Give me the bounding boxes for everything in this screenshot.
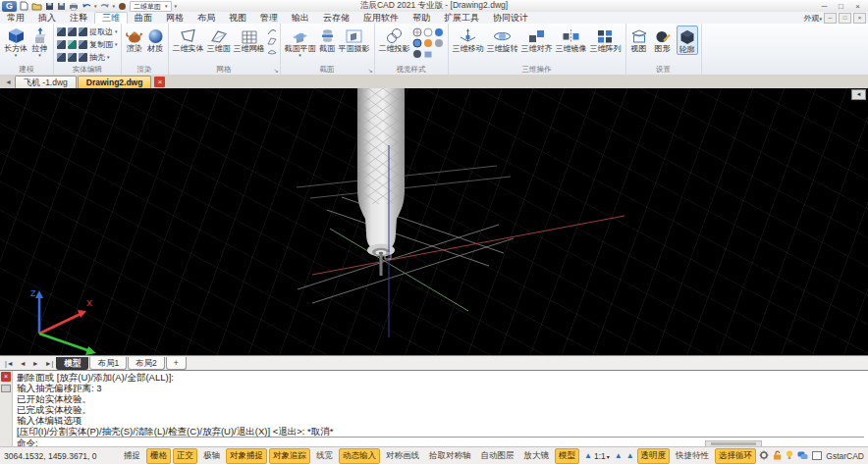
edge-mesh-icon[interactable]	[267, 46, 277, 55]
redo-icon[interactable]	[100, 2, 110, 11]
section-dialog-launcher-icon[interactable]: ↘	[367, 68, 372, 74]
tab-view[interactable]: 视图	[222, 13, 253, 24]
tab-3d[interactable]: 三维	[94, 12, 128, 24]
copy-faces-button[interactable]: 复制面	[89, 39, 113, 50]
undo-icon[interactable]	[81, 2, 91, 11]
tab-layout[interactable]: 布局	[190, 13, 222, 24]
layout-tab-1[interactable]: 布局1	[89, 357, 127, 370]
settings-gear-icon[interactable]	[759, 450, 769, 462]
clean-screen-icon[interactable]	[812, 451, 822, 462]
close-button[interactable]: ×	[849, 1, 866, 12]
toggle-pick-symmetry-axis[interactable]: 拾取对称轴	[425, 448, 475, 464]
print-icon[interactable]	[69, 2, 79, 11]
doc-close-button[interactable]: ×	[853, 13, 866, 24]
section-button[interactable]: 截面	[318, 26, 337, 53]
hardware-acceleration-bulb-icon[interactable]	[786, 450, 793, 462]
layout-tab-0[interactable]: 模型	[56, 357, 88, 370]
command-close-button[interactable]: ×	[1, 372, 11, 382]
appearance-menu[interactable]: 外观▾	[803, 13, 822, 24]
extract-edges-button[interactable]: 提取边	[89, 26, 113, 37]
toggle-auto-layer[interactable]: 自动图层	[477, 448, 518, 464]
shell-button[interactable]: 抽壳	[89, 52, 105, 63]
redo-caret-icon[interactable]: ▾	[113, 3, 116, 9]
tab-express[interactable]: 扩展工具	[437, 13, 486, 24]
extrude-button[interactable]: 拉伸 ▾	[29, 26, 50, 58]
flatshot-button[interactable]: 平面摄影	[338, 26, 371, 53]
viewport-collapse-button[interactable]: ◄	[851, 89, 866, 100]
box-button[interactable]: 长方体 ▾	[3, 26, 28, 58]
visual-style-gray-icon[interactable]	[434, 34, 444, 52]
tab-cloud[interactable]: 云存储	[316, 13, 356, 24]
intersect-icon[interactable]	[57, 40, 66, 49]
array3d-button[interactable]: 三维阵列	[589, 26, 623, 53]
mirror3d-button[interactable]: 三维镜像	[555, 26, 588, 53]
material-button[interactable]: 材质	[146, 26, 165, 53]
tab-apps[interactable]: 应用软件	[356, 13, 406, 24]
slice-icon[interactable]	[57, 53, 66, 62]
annotation-visibility-button[interactable]: ▲	[614, 452, 624, 460]
toggle-snap[interactable]: 捕捉	[120, 448, 144, 464]
toggle-dynamic-input[interactable]: 动态输入	[339, 448, 380, 464]
qat-more-icon[interactable]: ▾	[175, 3, 178, 9]
toggle-quick-properties[interactable]: 快捷特性	[672, 448, 713, 464]
toggle-magnifier[interactable]: 放大镜	[520, 448, 554, 464]
toggle-grid[interactable]: 栅格	[146, 448, 171, 464]
move3d-button[interactable]: 三维移动	[452, 26, 485, 53]
subtract-icon[interactable]	[68, 27, 77, 36]
command-dock-icon[interactable]	[1, 385, 11, 392]
save-icon[interactable]	[45, 2, 54, 11]
new-file-icon[interactable]	[20, 1, 28, 11]
union-icon[interactable]	[57, 27, 66, 36]
mesh3d-button[interactable]: 三维网格	[233, 26, 266, 53]
layout-nav-last[interactable]: ►|	[42, 357, 57, 370]
toggle-polar[interactable]: 极轴	[199, 448, 224, 464]
command-line-window[interactable]: × 删除面或 [放弃(U)/添加(A)/全部(ALL)]:输入抽壳偏移距离: 3…	[0, 370, 868, 447]
minimize-button[interactable]: ─	[816, 1, 833, 12]
layout-nav-prev[interactable]: ◄	[17, 357, 29, 370]
layout-nav-next[interactable]: ►	[29, 357, 42, 370]
tab-collab[interactable]: 协同设计	[486, 13, 535, 24]
rotate3d-button[interactable]: 三维旋转	[486, 26, 519, 53]
tab-insert[interactable]: 插入	[31, 13, 63, 24]
workspace-select[interactable]: 二维草图 ▾	[130, 1, 172, 12]
unlock-icon[interactable]	[773, 450, 782, 462]
maximize-button[interactable]: □	[833, 1, 849, 12]
visual-style-conceptual-icon[interactable]	[412, 45, 422, 63]
layout-tab-3[interactable]: +	[166, 357, 187, 370]
render-button[interactable]: 渲染	[125, 26, 145, 53]
tab-manage[interactable]: 管理	[253, 13, 285, 24]
tab-surface[interactable]: 曲面	[128, 13, 159, 24]
face3d-button[interactable]: 三维面	[206, 26, 232, 53]
delete-faces-icon[interactable]	[68, 40, 77, 49]
visual-style-xray-icon[interactable]	[423, 45, 433, 63]
section-plane-button[interactable]: 截面平面 ▾	[284, 26, 317, 58]
annotation-scale-control[interactable]: ▲1:1▾	[581, 451, 612, 461]
toggle-osnap[interactable]: 对象捕捉	[226, 448, 267, 464]
undo-caret-icon[interactable]: ▾	[94, 3, 97, 9]
toggle-symmetric-draw[interactable]: 对称画线	[382, 448, 423, 464]
ruled-mesh-icon[interactable]	[267, 36, 277, 45]
feedback-chat-icon[interactable]	[797, 451, 808, 462]
toggle-otrack[interactable]: 对象追踪	[269, 448, 310, 464]
save-as-icon[interactable]	[57, 2, 66, 11]
tab-output[interactable]: 输出	[285, 13, 316, 24]
align3d-button[interactable]: 三维对齐	[520, 26, 554, 53]
mesh-dialog-launcher-icon[interactable]: ↘	[273, 68, 278, 74]
toggle-lineweight[interactable]: 线宽	[312, 448, 337, 464]
tab-help[interactable]: 帮助	[406, 13, 437, 24]
shell-icon[interactable]	[79, 53, 87, 62]
doc-tabs-scroll-left-icon[interactable]: ◄	[2, 76, 15, 88]
open-file-icon[interactable]	[31, 2, 42, 11]
extract-edges-icon[interactable]	[79, 27, 87, 36]
toggle-transparency[interactable]: 透明度	[637, 448, 671, 464]
doc-restore-button[interactable]: □	[839, 13, 851, 24]
projection2d-button[interactable]: 二维投影	[378, 26, 411, 53]
doc-tab-1[interactable]: Drawing2.dwg	[78, 76, 152, 88]
layout-nav-first[interactable]: |◄	[2, 357, 17, 370]
annotation-autoscale-button[interactable]: ▲	[625, 452, 635, 460]
tab-mesh[interactable]: 网格	[159, 13, 190, 24]
toggle-selection-cycling[interactable]: 选择循环	[715, 448, 756, 464]
solid2d-button[interactable]: 二维实体	[172, 26, 205, 53]
doc-minimize-button[interactable]: ─	[824, 13, 837, 24]
fillet-edge-icon[interactable]	[68, 53, 77, 62]
